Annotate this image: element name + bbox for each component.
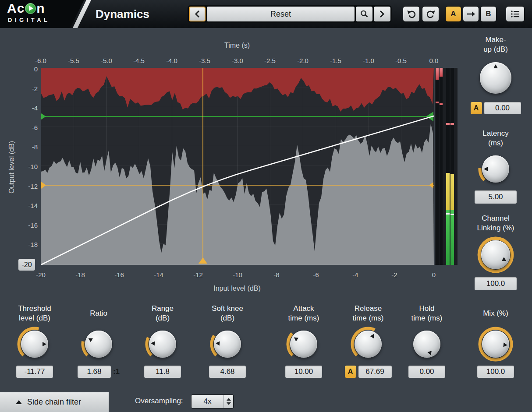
input-tick: -20 <box>30 271 52 278</box>
brand-suffix: n <box>36 1 45 15</box>
reduction-peak-hold <box>436 102 439 103</box>
input-axis-title: Input level (dB) <box>193 285 281 292</box>
makeup-label: Make- <box>485 35 506 45</box>
time-tick: 0.0 <box>423 57 445 64</box>
ratio-label: Ratio <box>90 309 107 318</box>
gain-reduction-meter-left <box>436 68 439 265</box>
output-tick: -10 <box>17 163 38 170</box>
hold-label: Hold <box>419 304 435 313</box>
hold-value[interactable]: 0.00 <box>408 366 445 378</box>
time-tick: -5.0 <box>96 57 117 64</box>
ratio-knob[interactable] <box>80 326 117 363</box>
mix-knob[interactable] <box>477 326 514 363</box>
undo-button[interactable] <box>403 6 420 22</box>
latency-value[interactable]: 5.00 <box>475 190 517 204</box>
time-tick: -6.0 <box>30 57 52 64</box>
redo-button[interactable] <box>422 6 439 22</box>
time-tick: -4.5 <box>128 57 150 64</box>
dropdown-spinner[interactable] <box>223 395 233 408</box>
range-knob[interactable] <box>144 326 181 363</box>
clip-peak-hold <box>450 123 454 125</box>
play-logo-icon <box>25 3 36 14</box>
time-tick: -5.5 <box>63 57 85 64</box>
makeup-automation-badge[interactable]: A <box>471 102 482 114</box>
chevron-left-icon <box>195 10 200 18</box>
attack-knob[interactable] <box>285 326 322 363</box>
input-waveform <box>41 123 434 265</box>
range-value[interactable]: 11.8 <box>144 366 181 378</box>
ab-select-a-button[interactable]: A <box>445 6 461 22</box>
threshold-label: Threshold <box>18 304 51 313</box>
output-tick: -4 <box>17 104 38 112</box>
preset-bar: Reset <box>188 5 392 23</box>
attack-control-group: Attack time (ms) 10.00 <box>271 303 337 378</box>
input-tick: -16 <box>108 271 130 278</box>
soft-knee-value[interactable]: 4.68 <box>209 366 246 378</box>
makeup-knob-marker <box>475 57 517 99</box>
meter-green-segment <box>450 210 454 265</box>
undo-redo-group <box>403 6 439 22</box>
main-menu-button[interactable] <box>506 6 525 22</box>
time-tick: -2.5 <box>259 57 281 64</box>
threshold-value[interactable]: -11.77 <box>16 366 53 378</box>
mix-knob-marker <box>475 324 515 364</box>
chevron-right-icon <box>379 10 385 18</box>
oversampling-select[interactable]: 4x <box>191 394 234 408</box>
mix-label: Mix (%) <box>483 309 508 318</box>
range-limit-left-handle[interactable] <box>41 113 46 120</box>
clip-peak-hold <box>446 123 450 125</box>
soft-knee-knob-marker <box>207 324 247 364</box>
redo-icon <box>426 10 436 18</box>
time-tick: -3.0 <box>227 57 248 64</box>
reduction-segment <box>440 68 443 77</box>
input-tick: 0 <box>423 271 445 278</box>
hold-knob[interactable] <box>408 326 445 363</box>
threshold-knob-marker <box>16 326 53 363</box>
mix-value[interactable]: 100.0 <box>477 366 514 378</box>
side-chain-filter-button[interactable]: Side chain filter <box>0 392 109 412</box>
gain-reduction-meter-right <box>440 68 443 265</box>
latency-control-group: Latency (ms) 5.00 <box>463 128 528 204</box>
plugin-window: Acn DIGITAL Dynamics Reset <box>0 0 532 412</box>
release-label: time (ms) <box>353 313 384 323</box>
soft-knee-knob[interactable] <box>209 326 246 363</box>
top-toolbar: Acn DIGITAL Dynamics Reset <box>0 0 532 28</box>
release-automation-badge[interactable]: A <box>345 366 356 378</box>
channel-linking-value[interactable]: 100.0 <box>475 277 517 290</box>
preset-next-button[interactable] <box>374 7 390 21</box>
preset-search-button[interactable] <box>356 7 372 21</box>
reduction-peak-hold <box>440 103 443 105</box>
reduction-segment <box>436 68 439 80</box>
release-knob[interactable] <box>350 326 387 363</box>
range-label: Range <box>152 304 174 313</box>
makeup-knob[interactable] <box>475 57 517 99</box>
ab-copy-button[interactable] <box>463 6 479 22</box>
oversampling-value: 4x <box>192 397 223 406</box>
latency-knob[interactable] <box>477 151 514 187</box>
channel-linking-knob[interactable] <box>476 236 515 274</box>
time-tick: -2.0 <box>292 57 314 64</box>
channel-linking-label: Channel <box>482 214 509 223</box>
ratio-control-group: Ratio 1.68 :1 <box>66 303 131 378</box>
preset-name-display[interactable]: Reset <box>207 7 355 21</box>
latency-knob-marker <box>477 151 514 187</box>
threshold-knob[interactable] <box>16 326 53 363</box>
mix-control-group: Mix (%) 100.0 <box>463 303 528 378</box>
spinner-up-icon <box>227 398 231 401</box>
output-tick: 0 <box>17 65 38 73</box>
brand-prefix: Ac <box>7 1 25 15</box>
meter-green-segment <box>446 210 450 265</box>
soft-knee-label: (dB) <box>220 313 234 323</box>
range-knob-marker <box>142 324 182 364</box>
meter-yellow-segment <box>450 174 454 210</box>
menu-list-icon <box>511 10 520 18</box>
ab-select-b-button[interactable]: B <box>480 6 497 22</box>
time-tick: -0.5 <box>390 57 412 64</box>
makeup-value[interactable]: 0.00 <box>484 102 521 114</box>
side-chain-filter-label: Side chain filter <box>27 398 81 407</box>
preset-previous-button[interactable] <box>189 7 206 21</box>
brand-subtitle: DIGITAL <box>8 17 50 23</box>
makeup-control-group: Make- up (dB) A 0.00 <box>463 34 528 114</box>
dynamics-graph[interactable] <box>41 68 434 265</box>
attack-value[interactable]: 10.00 <box>285 366 322 378</box>
